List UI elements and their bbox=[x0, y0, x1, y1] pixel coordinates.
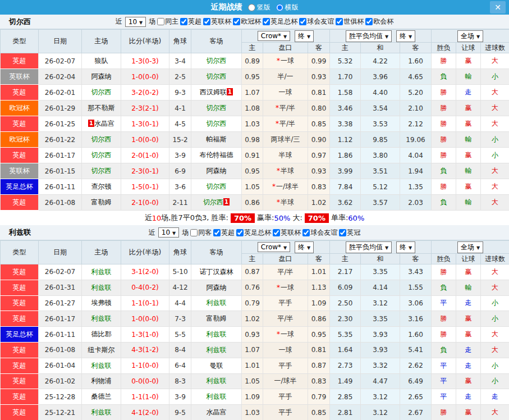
match-row: 欧冠杯 26-01-29 那不勒斯 2-3(2-1) 4-1 切尔西 1.08 … bbox=[1, 101, 509, 116]
mean-draw: 3.12 bbox=[361, 389, 400, 405]
league-checkbox-input[interactable] bbox=[299, 18, 306, 25]
result-wdl: 平 bbox=[432, 295, 456, 311]
mean-home: 1.70 bbox=[330, 69, 361, 85]
odds-away: 0.81 bbox=[308, 342, 330, 358]
col-score: 比分(半场) bbox=[121, 241, 169, 264]
mean-time-select[interactable]: 终 bbox=[396, 30, 415, 42]
result-wdl: 勝 bbox=[432, 405, 456, 420]
result-goals: 小 bbox=[481, 69, 509, 85]
mean-home: 7.84 bbox=[330, 179, 361, 195]
mean-type-select[interactable]: 胜平负均值 bbox=[346, 30, 392, 42]
league-filter-checkbox[interactable]: 欧会杯 bbox=[365, 17, 393, 26]
odds-home: 0.86 bbox=[242, 195, 263, 211]
result-wdl: 勝 bbox=[432, 85, 456, 101]
away-team: 切尔西 bbox=[191, 53, 242, 69]
league-checkbox-input[interactable] bbox=[336, 18, 343, 25]
league-filter-label: 球会友谊 bbox=[307, 17, 334, 26]
scope-select[interactable]: 全场 bbox=[457, 241, 483, 253]
match-row: 英超 26-01-08 纽卡斯尔 4-3(1-2) 8-4 利兹联 1.07 一… bbox=[1, 342, 509, 358]
result-handicap: 走 bbox=[456, 295, 481, 311]
same-venue-checkbox-input[interactable] bbox=[157, 18, 164, 25]
horizontal-radio-input[interactable] bbox=[276, 4, 283, 11]
league-checkbox-input[interactable] bbox=[273, 229, 280, 236]
league-checkbox-input[interactable] bbox=[339, 229, 346, 236]
star-marker: * bbox=[276, 104, 279, 112]
odds-home: 1.03 bbox=[242, 116, 263, 132]
same-venue-checkbox[interactable]: 同客 bbox=[190, 228, 212, 238]
team-label: 利兹联 bbox=[91, 314, 112, 322]
match-date: 26-01-17 bbox=[39, 148, 82, 163]
corners: 5-5 bbox=[169, 327, 191, 343]
result-wdl: 負 bbox=[432, 280, 456, 295]
odds-time-select[interactable]: 终 bbox=[295, 30, 314, 42]
match-date: 26-01-25 bbox=[39, 116, 82, 132]
red-card-badge: 1 bbox=[227, 88, 233, 95]
league-filter-checkbox[interactable]: 世俱杯 bbox=[336, 17, 364, 26]
mean-away: 4.04 bbox=[400, 148, 432, 163]
odds-company-select[interactable]: Crow* bbox=[258, 242, 290, 252]
result-wdl: 勝 bbox=[432, 148, 456, 163]
league-filter-checkbox[interactable]: 英超 bbox=[180, 17, 201, 26]
match-row: 英超 26-02-07 利兹联 3-1(2-0) 5-10 诺丁汉森林 0.87… bbox=[1, 264, 509, 280]
away-team: 曼联 bbox=[191, 358, 242, 373]
result-handicap: 赢 bbox=[456, 327, 481, 343]
result-wdl: 負 bbox=[432, 69, 456, 85]
scope-select[interactable]: 全场 bbox=[457, 30, 483, 42]
mean-time-select[interactable]: 终 bbox=[396, 241, 415, 253]
layout-radio-vertical[interactable]: 竖版 bbox=[245, 3, 270, 12]
league-filter-label: 世俱杯 bbox=[343, 17, 364, 26]
corners: 4-1 bbox=[169, 101, 191, 116]
league-checkbox-input[interactable] bbox=[236, 229, 244, 236]
col-let-goal: 让球 bbox=[456, 43, 481, 53]
league-filter-checkbox[interactable]: 球会友谊 bbox=[302, 228, 337, 238]
league-checkbox-input[interactable] bbox=[365, 18, 373, 25]
odds-time-select[interactable]: 终 bbox=[295, 241, 314, 253]
league-badge: 英足总杯 bbox=[1, 179, 39, 195]
result-goals: 小 bbox=[481, 295, 509, 311]
league-badge: 英超 bbox=[1, 405, 39, 420]
league-filter-checkbox[interactable]: 英足总杯 bbox=[263, 17, 297, 26]
league-checkbox-input[interactable] bbox=[203, 18, 210, 25]
col-away: 客场 bbox=[191, 30, 242, 53]
mean-type-select[interactable]: 胜平负均值 bbox=[346, 241, 392, 253]
handicap: *平/半 bbox=[263, 116, 308, 132]
league-filter-checkbox[interactable]: 英超 bbox=[213, 228, 235, 238]
team-label: 富勒姆 bbox=[207, 314, 227, 322]
close-icon[interactable]: ✕ bbox=[490, 1, 506, 13]
odds-away: 0.80 bbox=[308, 101, 330, 116]
match-count-select[interactable]: 10 bbox=[125, 17, 146, 27]
league-checkbox-input[interactable] bbox=[213, 229, 221, 236]
corners: 4-4 bbox=[169, 295, 191, 311]
league-checkbox-input[interactable] bbox=[233, 18, 240, 25]
vertical-radio-input[interactable] bbox=[248, 4, 255, 11]
match-count-select[interactable]: 10 bbox=[158, 227, 179, 238]
league-checkbox-input[interactable] bbox=[180, 18, 187, 25]
league-filter-checkbox[interactable]: 英联杯 bbox=[273, 228, 301, 238]
team-label: 水晶宫 bbox=[207, 408, 227, 416]
star-marker: * bbox=[277, 284, 280, 291]
league-filter-checkbox[interactable]: 英冠 bbox=[339, 228, 360, 238]
layout-radio-horizontal[interactable]: 横版 bbox=[273, 3, 299, 12]
home-team: 利兹联 bbox=[82, 405, 121, 420]
col-date: 日期 bbox=[39, 241, 82, 264]
league-filter-checkbox[interactable]: 英足总杯 bbox=[236, 228, 271, 238]
result-handicap: 赢 bbox=[456, 179, 481, 195]
same-venue-checkbox[interactable]: 同主 bbox=[157, 17, 178, 26]
result-handicap: 走 bbox=[456, 389, 481, 405]
league-checkbox-input[interactable] bbox=[263, 18, 270, 25]
league-filter-checkbox[interactable]: 英联杯 bbox=[203, 17, 231, 26]
result-handicap: 赢 bbox=[456, 53, 481, 69]
away-team: 布伦特福德 bbox=[191, 148, 242, 163]
result-wdl: 負 bbox=[432, 195, 456, 211]
result-wdl: 勝 bbox=[432, 264, 456, 280]
team-label: 利兹联 bbox=[91, 268, 112, 276]
league-filter-checkbox[interactable]: 球会友谊 bbox=[299, 17, 334, 26]
home-team: 切尔西 bbox=[82, 85, 121, 101]
league-checkbox-input[interactable] bbox=[302, 229, 310, 236]
odds-company-select[interactable]: Crow* bbox=[258, 31, 290, 41]
same-venue-checkbox-input[interactable] bbox=[190, 229, 198, 236]
league-filter-checkbox[interactable]: 欧冠杯 bbox=[233, 17, 261, 26]
corners: 8-4 bbox=[169, 342, 191, 358]
away-team: 利兹联 bbox=[191, 373, 242, 389]
home-team: 1水晶宫 bbox=[82, 116, 121, 132]
